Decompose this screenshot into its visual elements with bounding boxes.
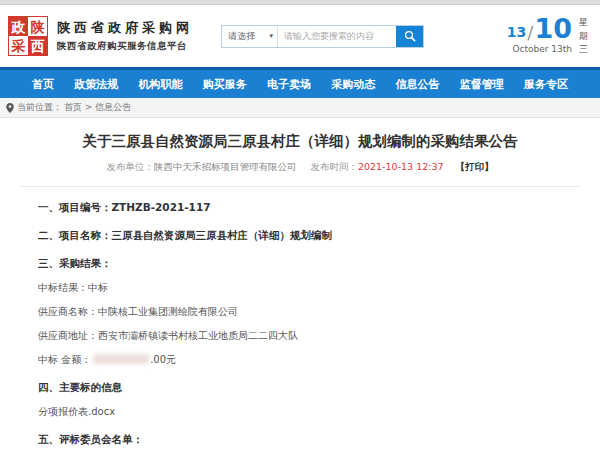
- logo-char-cai: 采: [9, 36, 28, 55]
- search-button[interactable]: [396, 26, 423, 47]
- logo-char-zheng: 政: [9, 17, 28, 36]
- site-header: 政 陕 采 西 陕西省政府采购网 陕西省政府购买服务信息平台 请选择 ▾ 13 …: [0, 5, 600, 67]
- print-button[interactable]: 【打印】: [456, 161, 494, 172]
- publisher-label: 发布单位：: [106, 161, 154, 172]
- breadcrumb-path[interactable]: 首页 > 信息公告: [64, 101, 131, 114]
- chevron-down-icon: ▾: [269, 32, 273, 40]
- main-subject-heading: 四、主要标的信息: [38, 381, 580, 395]
- search-category-select[interactable]: 请选择 ▾: [222, 26, 278, 47]
- redacted-amount: [93, 354, 149, 364]
- search-select-label: 请选择: [228, 30, 255, 43]
- project-name-line: 二、项目名称：三原县自然资源局三原县村庄（详细）规划编制: [38, 229, 580, 243]
- breadcrumb: 当前位置： 首页 > 信息公告: [0, 98, 600, 118]
- committee-heading: 五、评标委员会名单：: [38, 433, 580, 447]
- publish-time-label: 发布时间：: [310, 161, 358, 172]
- project-number-line: 一、项目编号：ZTHZB-2021-117: [38, 201, 580, 215]
- search-bar: 请选择 ▾: [221, 25, 424, 48]
- nav-item-emall[interactable]: 电子卖场: [267, 77, 311, 92]
- date-display: 13 / 10 October 13th 星期三: [507, 15, 590, 57]
- site-subtitle: 陕西省政府购买服务信息平台: [57, 40, 193, 53]
- location-pin-icon: [6, 103, 14, 113]
- bid-amount-label: 中标 金额：: [38, 354, 91, 365]
- search-icon: [404, 30, 416, 42]
- date-english: October 13th: [507, 44, 572, 54]
- supplier-address-line: 供应商地址：西安市灞桥镇读书村核工业地质局二二四大队: [38, 329, 580, 343]
- result-heading: 三、采购结果：: [38, 257, 580, 271]
- nav-item-home[interactable]: 首页: [32, 77, 54, 92]
- logo-char-shan: 陕: [28, 17, 47, 36]
- nav-item-updates[interactable]: 采购动态: [331, 77, 375, 92]
- search-input[interactable]: [278, 26, 396, 47]
- site-titles: 陕西省政府采购网 陕西省政府购买服务信息平台: [57, 19, 193, 53]
- meta-divider: [20, 186, 580, 187]
- nav-item-policies[interactable]: 政策法规: [74, 77, 118, 92]
- main-nav: 首页 政策法规 机构职能 购买服务 电子卖场 采购动态 信息公告 监督管理 服务…: [0, 70, 600, 98]
- page-title: 关于三原县自然资源局三原县村庄（详细）规划编制的采购结果公告: [20, 132, 580, 151]
- site-name: 陕西省政府采购网: [57, 19, 193, 37]
- date-day: 13: [507, 25, 526, 39]
- publisher-name: 陕西中天禾招标项目管理有限公司: [154, 161, 297, 172]
- nav-item-notices[interactable]: 信息公告: [396, 77, 440, 92]
- publish-time: 2021-10-13 12:37: [358, 161, 444, 172]
- bid-amount-line: 中标 金额：.00元: [38, 353, 580, 367]
- bid-amount-suffix: .00元: [150, 354, 176, 365]
- date-month: 10: [534, 15, 572, 42]
- bid-result-line: 中标结果：中标: [38, 281, 580, 295]
- article-meta: 发布单位：陕西中天禾招标项目管理有限公司发布时间：2021-10-13 12:3…: [20, 161, 580, 174]
- nav-item-supervision[interactable]: 监督管理: [460, 77, 504, 92]
- site-logo: 政 陕 采 西: [8, 16, 48, 56]
- nav-item-functions[interactable]: 机构职能: [139, 77, 183, 92]
- article: 关于三原县自然资源局三原县村庄（详细）规划编制的采购结果公告 发布单位：陕西中天…: [0, 132, 600, 450]
- date-weekday: 星期三: [579, 16, 590, 57]
- supplier-name-line: 供应商名称：中陕核工业集团测绘院有限公司: [38, 305, 580, 319]
- date-slash: /: [527, 24, 533, 42]
- nav-item-services[interactable]: 购买服务: [203, 77, 247, 92]
- breadcrumb-label: 当前位置：: [17, 101, 62, 114]
- attachment-link[interactable]: 分项报价表.docx: [38, 405, 580, 419]
- nav-item-servicezone[interactable]: 服务专区: [524, 77, 568, 92]
- logo-char-xi: 西: [28, 36, 47, 55]
